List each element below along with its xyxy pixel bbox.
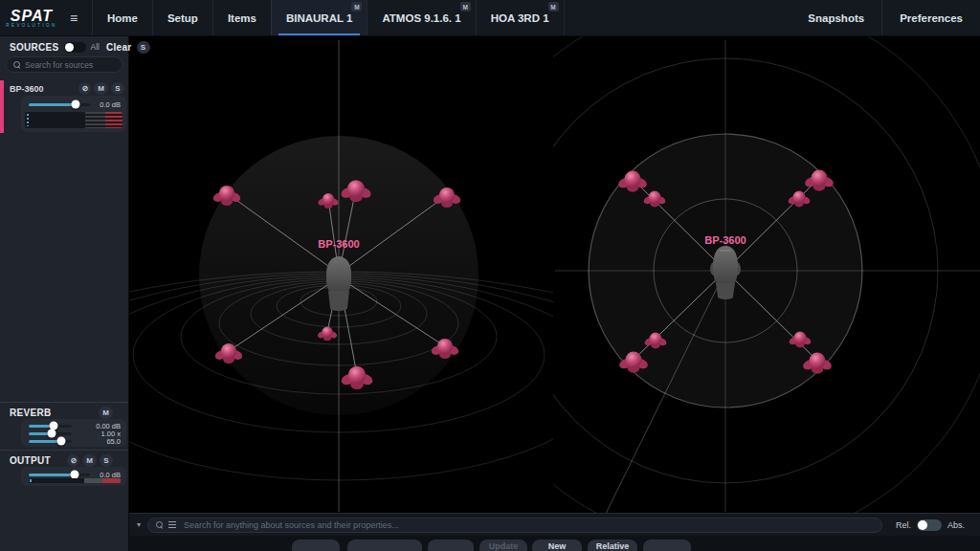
tab-hoa-3rd-1[interactable]: HOA 3RD 1 M — [476, 0, 564, 35]
modified-badge: M — [460, 2, 471, 11]
output-panel: 0.0 dB — [21, 467, 126, 486]
tab-setup[interactable]: Setup — [152, 0, 212, 35]
global-search-input[interactable] — [182, 519, 874, 531]
action-button-1[interactable] — [292, 540, 340, 551]
tab-label: HOA 3RD 1 — [491, 12, 549, 24]
rel-abs-control: Rel. Abs. — [896, 519, 965, 531]
reverb-size-value: 65.0 — [78, 437, 121, 446]
spatial-scene: BP-3600 — [129, 36, 980, 513]
update-button[interactable]: Update — [479, 540, 527, 551]
mute-button[interactable]: M — [94, 82, 108, 95]
search-icon — [156, 521, 163, 528]
tab-label: BINAURAL 1 — [286, 12, 352, 24]
sources-header: SOURCES All Clear S — [0, 39, 128, 55]
app-logo: SPAT REVOLUTION — [0, 0, 63, 35]
output-mute-button[interactable]: M — [82, 454, 97, 467]
search-icon — [13, 61, 20, 68]
tab-label: Items — [228, 12, 256, 24]
solo-filter-button[interactable]: S — [137, 41, 150, 54]
output-solo-button[interactable]: S — [100, 454, 113, 467]
tab-items[interactable]: Items — [212, 0, 271, 35]
sources-filter-toggle[interactable] — [64, 42, 86, 53]
source-gain-value: 0.0 dB — [96, 100, 121, 109]
bypass-button[interactable]: ⊘ — [78, 82, 91, 95]
output-title: OUTPUT — [10, 455, 51, 466]
source-label: BP-3600 — [318, 238, 359, 250]
top-bar: SPAT REVOLUTION ≡ Home Setup Items BINAU… — [0, 0, 980, 36]
sources-title: SOURCES — [10, 42, 59, 53]
relative-button[interactable]: Relative — [588, 540, 637, 551]
source-level-meter — [25, 112, 122, 128]
spatial-viewport[interactable]: BP-3600 — [129, 36, 980, 513]
spat-revolution-window: SPAT REVOLUTION ≡ Home Setup Items BINAU… — [0, 0, 980, 551]
chevron-down-icon[interactable]: ▾ — [137, 520, 141, 529]
source-label: BP-3600 — [704, 234, 746, 246]
global-search — [147, 518, 882, 533]
reverb-header: REVERB M — [0, 406, 128, 419]
abs-label: Abs. — [947, 520, 965, 530]
source-name: BP-3600 — [10, 84, 44, 94]
source-color-bar — [0, 80, 4, 133]
new-button[interactable]: New — [532, 540, 582, 551]
tab-label: ATMOS 9.1.6. 1 — [382, 12, 460, 24]
reverb-mute-button[interactable]: M — [99, 407, 113, 419]
logo-title: SPAT — [11, 10, 53, 23]
modified-badge: M — [351, 2, 362, 11]
rel-label: Rel. — [896, 520, 911, 530]
list-filter-icon[interactable] — [168, 521, 176, 528]
snapshots-button[interactable]: Snapshots — [791, 0, 881, 35]
sources-sidebar: SOURCES All Clear S BP-3600 ⊘ M S — [0, 36, 129, 551]
tab-atmos-9161[interactable]: ATMOS 9.1.6. 1 M — [367, 0, 475, 35]
output-header: OUTPUT ⊘ M S — [0, 453, 128, 467]
reverb-panel: 0.00 dB 1.00 x 65.0 — [21, 419, 126, 447]
source-gain-slider[interactable] — [29, 103, 90, 106]
tab-label: Setup — [167, 12, 198, 24]
action-button-2[interactable] — [347, 540, 422, 551]
sources-search-input[interactable] — [25, 60, 115, 70]
preferences-button[interactable]: Preferences — [881, 0, 980, 35]
output-level-meter — [29, 478, 121, 483]
solo-button[interactable]: S — [111, 82, 124, 95]
reverb-title: REVERB — [10, 408, 51, 418]
right-spatial-view[interactable]: BP-3600 — [451, 36, 980, 513]
hamburger-menu-icon[interactable]: ≡ — [63, 0, 84, 35]
listener-head-back — [326, 256, 351, 311]
output-gain-slider[interactable] — [29, 474, 90, 476]
source-panel: 0.0 dB — [21, 96, 126, 132]
tab-binaural-1[interactable]: BINAURAL 1 M — [271, 0, 367, 35]
action-button-3[interactable] — [428, 540, 474, 551]
session-tabs: Home Setup Items BINAURAL 1 M ATMOS 9.1.… — [92, 0, 565, 35]
all-label: All — [91, 42, 100, 52]
tab-label: Home — [107, 12, 138, 24]
rel-abs-toggle[interactable] — [917, 519, 942, 531]
action-button-strip: Update New Relative — [129, 536, 980, 551]
modified-badge: M — [548, 2, 559, 11]
divider — [0, 450, 128, 451]
tab-home[interactable]: Home — [93, 0, 152, 35]
bottom-search-bar: ▾ Rel. Abs. — [129, 513, 980, 536]
action-button-7[interactable] — [643, 540, 691, 551]
sources-search — [6, 56, 122, 73]
output-bypass-button[interactable]: ⊘ — [67, 454, 79, 467]
clear-button[interactable]: Clear — [106, 42, 132, 53]
divider — [0, 402, 128, 403]
reverb-size-slider[interactable] — [29, 440, 72, 443]
source-item-bp3600[interactable]: BP-3600 ⊘ M S 0.0 dB — [0, 80, 128, 133]
logo-subtitle: REVOLUTION — [6, 23, 56, 29]
